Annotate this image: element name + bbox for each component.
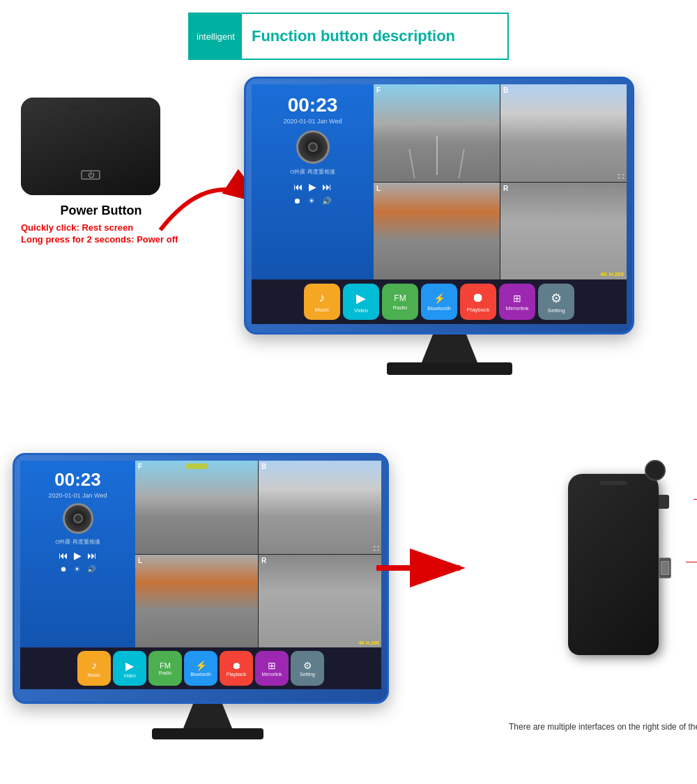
radio-icon-b: FM (160, 661, 171, 670)
screen-bottom-controls-bottom[interactable]: ⏺ ☀ 🔊 (60, 565, 95, 573)
mirrorlink-label-b: Mirrorlink (262, 672, 282, 677)
video-icon-b: ▶ (125, 659, 134, 672)
monitor-bottom: 00:23 2020-01-01 Jan Wed O外露·再度重相逢 ⏮ ▶ ⏭… (13, 453, 403, 739)
app-video-bottom[interactable]: ▶ Video (113, 651, 146, 686)
record-icon[interactable]: ⏺ (293, 197, 301, 206)
mirrorlink-label-top: Mirrorlink (506, 305, 529, 312)
cam-label-b-top: B (503, 86, 508, 94)
camera-cell-front-top: F (374, 84, 500, 182)
camera-cell-back-top: B ⛶ (500, 84, 627, 182)
app-radio-bottom[interactable]: FM Radio (148, 651, 182, 686)
app-video-top[interactable]: ▶ Video (343, 284, 379, 320)
side-device: TF card USB interface There are multiple… (544, 474, 683, 697)
monitor-frame-bottom: 00:23 2020-01-01 Jan Wed O外露·再度重相逢 ⏮ ▶ ⏭… (13, 453, 389, 704)
video-label-b: Video (123, 673, 136, 678)
monitor-base-top (387, 362, 512, 375)
playback-label-b: Playback (227, 672, 246, 677)
bluetooth-icon-b: ⚡ (195, 660, 207, 671)
playback-label-top: Playback (467, 307, 489, 313)
red-arrow-bottom-icon (369, 547, 474, 589)
app-music-top[interactable]: ♪ Music (304, 284, 340, 320)
music-icon-b: ♪ (91, 659, 97, 672)
screen-bottom-controls-top[interactable]: ⏺ ☀ 🔊 (293, 197, 332, 206)
cam-label-b-bottom: B (261, 463, 266, 470)
camera-cell-back-bottom: B ⛶ (259, 461, 381, 554)
video-label-top: Video (354, 307, 368, 314)
screen-camera-grid-bottom: F B ⛶ L R 4K H.265 (135, 461, 381, 647)
mirrorlink-icon-b: ⊞ (268, 660, 276, 671)
top-section: ⏻ Power Button Quickly click: Rest scree… (0, 77, 697, 418)
screen-playback-controls-bottom[interactable]: ⏮ ▶ ⏭ (59, 550, 97, 561)
quality-label-bottom: 4K H.265 (358, 640, 379, 645)
camera-cell-front-bottom: F (135, 461, 258, 554)
usb-label-container: USB interface (686, 556, 697, 567)
play-icon-b[interactable]: ▶ (74, 550, 82, 561)
volume-icon[interactable]: 🔊 (322, 197, 332, 206)
app-mirrorlink-bottom[interactable]: ⊞ Mirrorlink (255, 651, 289, 686)
radio-label-b: Radio (159, 670, 171, 675)
app-icons-row-bottom: ♪ Music ▶ Video FM Radio ⚡ Bluetooth ⏺ (20, 647, 381, 689)
monitor-screen-top: 00:23 2020-01-01 Jan Wed O外露·再度重相逢 ⏮ ▶ ⏭… (252, 84, 627, 279)
app-mirrorlink-top[interactable]: ⊞ Mirrorlink (499, 284, 535, 320)
prev-icon[interactable]: ⏮ (293, 181, 303, 192)
brightness-icon[interactable]: ☀ (308, 197, 315, 206)
usb-port (659, 558, 671, 578)
cam-label-r-bottom: R (261, 557, 266, 564)
bottom-section: 00:23 2020-01-01 Jan Wed O外露·再度重相逢 ⏮ ▶ ⏭… (0, 439, 697, 781)
side-device-body: TF card USB interface (568, 474, 659, 655)
setting-label-top: Setting (548, 307, 565, 314)
screen-song-bottom: O外露·再度重相逢 (55, 538, 100, 546)
app-playback-top[interactable]: ⏺ Playback (460, 284, 496, 320)
next-icon[interactable]: ⏭ (322, 181, 332, 192)
screen-left-panel-bottom: 00:23 2020-01-01 Jan Wed O外露·再度重相逢 ⏮ ▶ ⏭… (20, 461, 135, 647)
screen-song-top: O外露·再度重相逢 (290, 168, 335, 176)
screen-time-bottom: 00:23 (54, 469, 101, 491)
app-music-bottom[interactable]: ♪ Music (77, 651, 111, 686)
cam-label-r-top: R (503, 185, 508, 192)
cam-label-l-bottom: L (138, 557, 142, 564)
monitor-stand-top (422, 335, 477, 362)
screen-date-bottom: 2020-01-01 Jan Wed (49, 492, 107, 499)
cam-label-l-top: L (376, 185, 381, 192)
screen-left-panel-top: 00:23 2020-01-01 Jan Wed O外露·再度重相逢 ⏮ ▶ ⏭… (252, 84, 374, 279)
intelligent-label: intelligent (190, 14, 242, 59)
playback-icon-top: ⏺ (472, 291, 484, 305)
setting-icon-top: ⚙ (551, 291, 562, 306)
header-title: Function button description (242, 27, 455, 45)
camera-cell-left-top: L (374, 183, 500, 280)
play-icon[interactable]: ▶ (309, 181, 316, 192)
monitor-base-bottom (152, 728, 263, 739)
app-bluetooth-top[interactable]: ⚡ Bluetooth (421, 284, 457, 320)
music-icon-top: ♪ (319, 291, 325, 305)
screen-playback-controls-top[interactable]: ⏮ ▶ ⏭ (293, 181, 332, 192)
camera-cell-right-bottom: R 4K H.265 (259, 555, 381, 648)
app-icons-row-top: ♪ Music ▶ Video FM Radio ⚡ Bluetooth ⏺ (252, 279, 627, 324)
bluetooth-label-top: Bluetooth (427, 305, 451, 312)
radio-label-top: Radio (393, 305, 408, 311)
music-label-b: Music (88, 672, 100, 677)
screen-date-top: 2020-01-01 Jan Wed (284, 118, 342, 125)
next-icon-b[interactable]: ⏭ (87, 550, 97, 561)
side-device-caption: There are multiple interfaces on the rig… (509, 722, 697, 732)
screen-camera-grid-top: F B ⛶ L R 4K H.265 (374, 84, 627, 279)
monitor-screen-bottom: 00:23 2020-01-01 Jan Wed O外露·再度重相逢 ⏮ ▶ ⏭… (20, 461, 381, 647)
setting-label-b: Setting (300, 672, 315, 677)
cam-label-f-bottom: F (138, 463, 142, 470)
bluetooth-label-b: Bluetooth (190, 672, 211, 677)
radio-icon-top: FM (394, 293, 406, 303)
brightness-icon-b[interactable]: ☀ (74, 565, 80, 573)
volume-icon-b[interactable]: 🔊 (87, 565, 95, 573)
app-setting-top[interactable]: ⚙ Setting (538, 284, 574, 320)
app-radio-top[interactable]: FM Radio (382, 284, 418, 320)
prev-icon-b[interactable]: ⏮ (59, 550, 68, 561)
header-banner: intelligent Function button description (188, 13, 509, 60)
camera-cell-left-bottom: L (135, 555, 258, 648)
app-setting-bottom[interactable]: ⚙ Setting (291, 651, 324, 686)
screen-vinyl-top (296, 130, 330, 164)
quality-label-top: 4K H.265 (600, 271, 624, 277)
app-bluetooth-bottom[interactable]: ⚡ Bluetooth (184, 651, 217, 686)
app-playback-bottom[interactable]: ⏺ Playback (220, 651, 253, 686)
playback-icon-b: ⏺ (231, 660, 241, 671)
record-icon-b[interactable]: ⏺ (60, 565, 67, 573)
screen-vinyl-bottom (63, 503, 93, 534)
